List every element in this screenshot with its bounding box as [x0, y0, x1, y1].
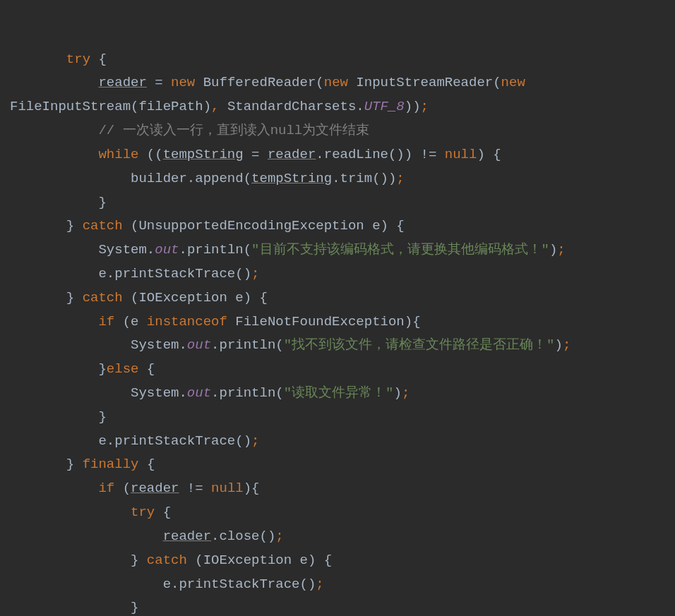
semicolon: ; [316, 576, 323, 592]
method-append: append [195, 171, 243, 186]
string-literal: "找不到该文件，请检查文件路径是否正确！" [284, 337, 555, 353]
brace: } [131, 600, 138, 615]
cls-ioexception: IOException [138, 290, 227, 306]
brace: { [147, 361, 155, 377]
cls-unsupportedencodingexception: UnsupportedEncodingException [138, 218, 364, 234]
method-readline: readLine [324, 147, 388, 162]
semicolon: ; [557, 242, 565, 258]
kw-new: new [171, 75, 195, 90]
semicolon: ; [396, 171, 404, 186]
method-printstacktrace: printStackTrace [114, 433, 235, 449]
kw-else: else [107, 361, 139, 377]
cls-filenotfoundexception: FileNotFoundException [235, 314, 404, 330]
brace: { [324, 552, 332, 568]
semicolon: ; [251, 433, 259, 449]
brace: { [163, 505, 171, 520]
kw-catch: catch [83, 290, 123, 306]
var-tempstring: tempString [163, 147, 244, 162]
var-tempstring: tempString [251, 171, 332, 186]
op-assign: = [155, 75, 162, 90]
brace: { [260, 290, 268, 306]
comment: // 一次读入一行，直到读入null为文件结束 [98, 123, 369, 138]
brace: } [131, 552, 138, 568]
var-reader: reader [98, 75, 146, 90]
method-printstacktrace: printStackTrace [114, 266, 235, 282]
brace: { [98, 52, 106, 67]
var-e: e [98, 266, 106, 282]
cls-fileinputstream: FileInputStream [10, 99, 131, 114]
kw-while: while [98, 147, 138, 162]
kw-if: if [98, 314, 114, 330]
kw-catch: catch [83, 218, 123, 234]
method-println: println [187, 242, 244, 258]
semicolon: ; [251, 266, 259, 282]
string-literal: "目前不支持该编码格式，请更换其他编码格式！" [251, 242, 549, 258]
code-block[interactable]: try { reader = new BufferedReader(new In… [10, 52, 571, 616]
brace: { [493, 147, 501, 162]
brace: } [98, 409, 106, 425]
kw-instanceof: instanceof [147, 314, 227, 330]
var-e: e [235, 290, 243, 306]
field-utf8: UTF_8 [364, 99, 405, 114]
kw-catch: catch [147, 552, 187, 568]
cls-system: System [131, 385, 179, 401]
var-builder: builder [131, 171, 187, 186]
string-literal: "读取文件异常！" [284, 385, 394, 401]
cls-system: System [98, 242, 146, 258]
cls-bufferedreader: BufferedReader [203, 75, 316, 90]
method-close: close [219, 529, 259, 544]
brace: } [66, 457, 74, 472]
var-e: e [372, 218, 380, 234]
var-reader: reader [131, 481, 179, 496]
semicolon: ; [563, 337, 571, 353]
kw-if: if [98, 481, 114, 496]
var-e: e [98, 433, 106, 449]
semicolon: ; [421, 99, 429, 114]
cls-system: System [131, 337, 179, 353]
var-e: e [163, 576, 171, 592]
var-e: e [131, 314, 138, 330]
cls-inputstreamreader: InputStreamReader [356, 75, 493, 90]
brace: { [147, 457, 155, 472]
kw-try: try [131, 505, 155, 520]
field-out: out [187, 385, 211, 401]
cls-ioexception: IOException [203, 552, 292, 568]
brace: } [98, 195, 106, 210]
var-reader: reader [163, 529, 211, 544]
semicolon: ; [402, 385, 410, 401]
brace: { [396, 218, 404, 234]
kw-null: null [445, 147, 477, 162]
var-filepath: filePath [138, 99, 203, 114]
brace: { [251, 481, 259, 496]
var-e: e [300, 552, 308, 568]
cls-standardcharsets: StandardCharsets [227, 99, 356, 114]
kw-new: new [501, 75, 525, 90]
kw-finally: finally [83, 457, 139, 472]
kw-new: new [324, 75, 348, 90]
method-printstacktrace: printStackTrace [179, 576, 299, 592]
brace: { [412, 314, 420, 330]
semicolon: ; [275, 529, 283, 544]
method-trim: trim [340, 171, 373, 186]
var-reader: reader [268, 147, 316, 162]
kw-null: null [211, 481, 244, 496]
brace: } [66, 218, 74, 234]
method-println: println [219, 337, 275, 353]
brace: } [98, 361, 106, 377]
kw-try: try [66, 52, 90, 67]
brace: } [66, 290, 74, 306]
comma: , [211, 99, 219, 114]
field-out: out [187, 337, 211, 353]
field-out: out [155, 242, 179, 258]
method-println: println [219, 385, 275, 401]
